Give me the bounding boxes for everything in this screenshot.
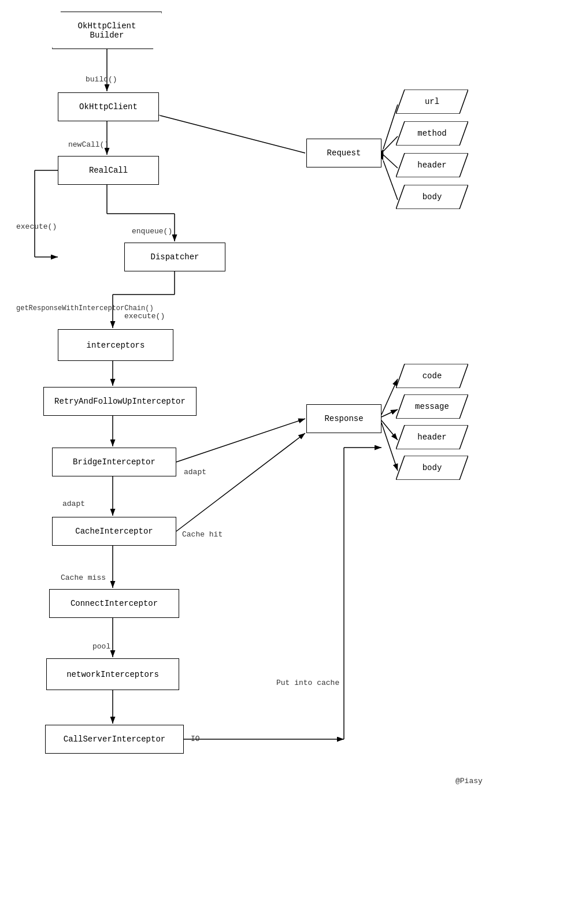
author-label: @Piasy [455,777,483,785]
svg-line-31 [381,409,398,417]
response-label: Response [324,414,363,423]
res-body-label: body [423,463,442,472]
res-body-parallelogram: body [396,456,468,480]
interceptors-box: interceptors [58,329,173,361]
bridge-interceptor-box: BridgeInterceptor [52,448,176,476]
cache-interceptor-label: CacheInterceptor [75,527,153,536]
enqueue-label: enqueue() [132,227,172,236]
build-label: build() [86,75,117,84]
res-header-parallelogram: header [396,425,468,449]
getresponse-label: getResponseWithInterceptorChain() [16,304,154,312]
okhttp-client-box: OkHttpClient [58,92,159,121]
real-call-box: RealCall [58,156,159,185]
pool-label: pool [92,642,110,651]
put-into-cache-label: Put into cache [276,679,339,687]
svg-line-15 [176,419,305,462]
adapt1-label: adapt [184,468,206,476]
execute-label: execute() [16,222,57,231]
io-label: IO [191,735,200,743]
body-parallelogram: body [396,185,468,209]
dispatcher-box: Dispatcher [124,243,225,271]
callserver-interceptor-label: CallServerInterceptor [64,735,165,744]
cache-interceptor-box: CacheInterceptor [52,517,176,546]
req-header-parallelogram: header [396,153,468,177]
network-interceptors-box: networkInterceptors [46,658,179,690]
message-parallelogram: message [396,394,468,419]
retry-interceptor-box: RetryAndFollowUpInterceptor [43,387,197,416]
callserver-interceptor-box: CallServerInterceptor [45,725,184,754]
newcall-label: newCall() [68,140,109,149]
okhttp-client-label: OkHttpClient [79,102,138,111]
code-label: code [423,371,442,381]
svg-line-17 [176,433,305,531]
url-label: url [425,97,439,106]
code-parallelogram: code [396,364,468,388]
svg-line-25 [160,116,305,153]
cache-miss-label: Cache miss [61,573,106,582]
connect-interceptor-label: ConnectInterceptor [71,599,158,608]
url-parallelogram: url [396,90,468,114]
retry-interceptor-label: RetryAndFollowUpInterceptor [54,397,186,406]
method-parallelogram: method [396,121,468,146]
svg-line-33 [381,423,398,471]
adapt2-label: adapt [62,500,85,508]
res-header-label: header [417,433,446,442]
dispatcher-label: Dispatcher [150,252,199,262]
real-call-label: RealCall [89,166,128,175]
cache-hit-label: Cache hit [182,530,223,539]
req-header-label: header [417,161,446,170]
diagram-container: OkHttpClient Builder OkHttpClient RealCa… [0,0,578,924]
request-box: Request [306,139,381,167]
builder-label: OkHttpClient Builder [78,21,136,40]
execute2-label: execute() [124,312,165,321]
network-interceptors-label: networkInterceptors [66,670,159,679]
message-label: message [415,402,449,411]
response-box: Response [306,404,381,433]
builder-box: OkHttpClient Builder [52,12,162,49]
body-label: body [423,192,442,202]
connect-interceptor-box: ConnectInterceptor [49,589,179,618]
svg-line-30 [381,379,398,415]
request-label: Request [327,148,361,158]
method-label: method [417,129,446,138]
bridge-interceptor-label: BridgeInterceptor [73,457,155,467]
svg-line-32 [381,420,398,440]
interceptors-label: interceptors [87,341,145,350]
